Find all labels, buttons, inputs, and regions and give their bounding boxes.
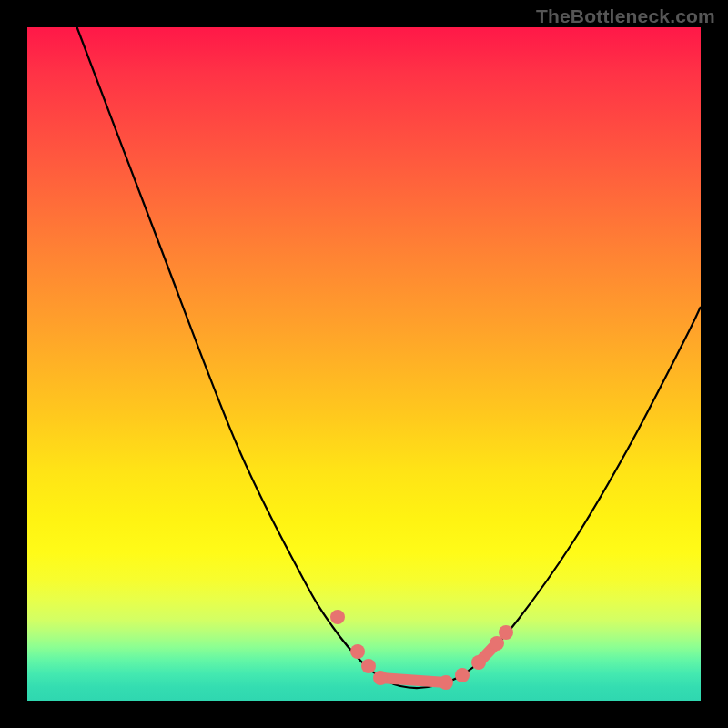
marker-dot [471,655,486,670]
highlight-markers [330,610,513,690]
chart-frame: TheBottleneck.com [0,0,728,728]
marker-dot [373,671,388,685]
marker-dot [350,644,365,659]
curve-layer [27,27,701,701]
marker-dot [330,610,345,624]
watermark-text: TheBottleneck.com [536,5,715,27]
bottleneck-curve [70,9,701,688]
marker-dot [361,659,376,673]
marker-segment [380,678,446,682]
marker-dot [439,675,453,690]
plot-area [27,27,701,701]
marker-dot [455,668,470,682]
marker-dot [499,625,513,640]
